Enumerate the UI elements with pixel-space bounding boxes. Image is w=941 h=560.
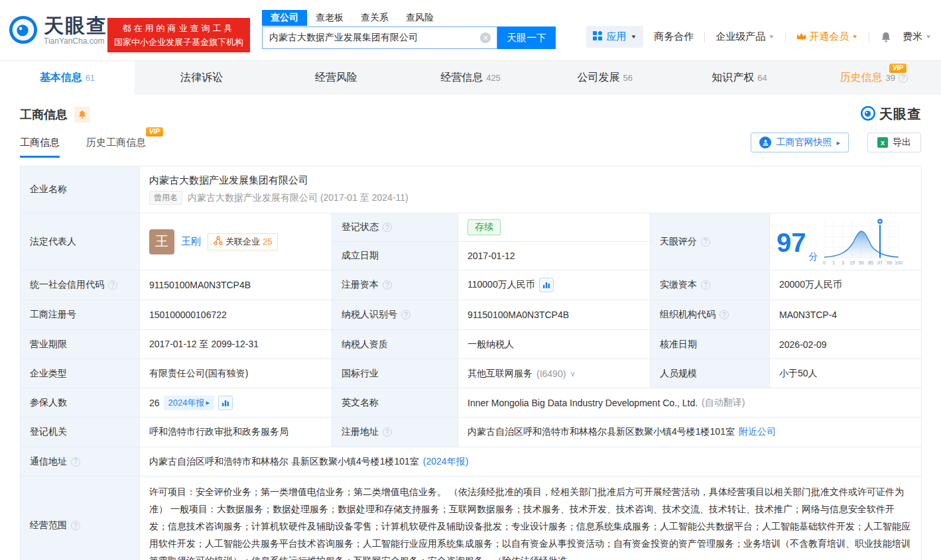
search-tab-relation[interactable]: 查关系 [352,10,397,26]
svg-text:100: 100 [895,260,903,265]
search-tab-company[interactable]: 查公司 [262,10,307,26]
credit-code: 91150100MA0N3TCP4B [140,270,332,300]
credit-code-label: 统一社会信用代码 [30,279,104,291]
username: 费米 [903,30,922,43]
search-input[interactable] [262,27,497,49]
subscribe-bell-icon[interactable] [74,107,90,123]
nav-open-vip[interactable]: 开通会员 ▼ [796,30,858,43]
help-icon[interactable]: ? [383,280,392,290]
svg-text:50: 50 [859,260,864,265]
help-icon[interactable]: ? [401,310,410,319]
svg-text:85: 85 [868,260,873,265]
help-icon[interactable]: ? [383,223,392,232]
reg-address-label: 注册地址 [342,426,379,438]
avatar[interactable]: 王 [149,229,174,254]
help-icon[interactable]: ? [720,310,729,319]
divider [869,32,869,42]
reg-address-cell: 内蒙古自治区呼和浩特市和林格尔县新区数聚小镇4号楼1楼101室 附近公司 [458,418,922,447]
header: 天眼查 TianYanCha.com 都在用的商业查询工具 国家中小企业发展子基… [0,0,941,60]
org-code-label-cell: 组织机构代码 ? [651,300,770,330]
nav-business-coop[interactable]: 商务合作 [654,30,694,43]
help-icon[interactable]: ? [899,74,908,83]
nearby-companies-link[interactable]: 附近公司 [739,426,776,438]
vip-badge: VIP [146,127,163,137]
business-scope-label-cell: 经营范围 ? [21,476,140,560]
staff-size: 小于50人 [770,359,922,388]
top-nav: 应用 ▼ 商务合作 企业级产品 ▼ 开通会员 ▼ 费米 ▼ [586,26,932,48]
reg-status-label: 登记状态 [342,221,379,233]
tab-label: 公司发展 [578,71,620,85]
help-icon[interactable]: ? [701,237,710,247]
industry-value: 其他互联网服务 [468,368,533,380]
vip-label: 开通会员 [809,30,849,43]
company-name-label: 企业名称 [21,166,140,213]
notification-bell-icon[interactable] [880,31,892,43]
slogan-banner: 都在用的商业查询工具 国家中小企业发展子基金旗下机构 [107,18,250,52]
tab-history-info[interactable]: VIP 历史信息 39 ? [806,61,941,95]
english-name-label: 英文名称 [332,388,458,418]
tab-basic-info[interactable]: 基本信息 61 [0,61,135,95]
user-menu[interactable]: 费米 ▼ [903,30,932,43]
svg-text:15: 15 [849,260,855,265]
export-button[interactable]: x 导出 [867,133,921,152]
search-tab-boss[interactable]: 查老板 [307,10,352,26]
nav-enterprise-products[interactable]: 企业级产品 ▼ [716,30,775,43]
tab-operation-risk[interactable]: 经营风险 [269,61,403,95]
tab-label: 经营信息 [440,71,483,85]
mail-address: 内蒙古自治区呼和浩特市和林格尔 县新区数聚小镇4号楼1楼101室 [149,456,419,468]
establish-date-label: 成立日期 [332,242,458,270]
insured-count: 26 [149,398,160,408]
clear-icon[interactable]: ✕ [480,32,491,43]
former-name: 内蒙古大数据产业发展有限公司 (2017-01 至 2024-11) [188,192,408,204]
org-code-label: 组织机构代码 [660,309,716,321]
insured-count-label: 参保人数 [21,388,140,418]
subtab-history-business-info[interactable]: 历史工商信息 VIP [86,137,146,158]
arrow-right-icon: ▸ [836,139,840,147]
chevron-down-icon[interactable]: ∨ [570,369,576,378]
tab-legal[interactable]: 法律诉讼 [135,61,269,95]
industry-code: (I6490) [536,368,566,379]
taxpayer-id-label: 纳税人识别号 [342,309,397,321]
section-title: 工商信息 [20,107,68,123]
help-icon[interactable]: ? [383,427,392,437]
related-label: 关联企业 [225,236,260,248]
enterprise-label: 企业级产品 [716,30,765,43]
establish-date: 2017-01-12 [458,242,651,270]
tab-count: 61 [86,73,95,83]
help-icon[interactable]: ? [701,280,710,290]
insured-chart-icon[interactable] [218,396,233,410]
tab-label: 法律诉讼 [180,71,223,85]
search-tab-risk[interactable]: 查风险 [397,10,442,26]
logo[interactable]: 天眼查 TianYanCha.com [8,15,107,47]
capital-chart-icon[interactable] [539,278,554,292]
tab-company-development[interactable]: 公司发展 56 [538,61,672,95]
brand-domain: TianYanCha.com [44,36,107,46]
help-icon[interactable]: ? [71,457,80,467]
apps-menu[interactable]: 应用 ▼ [586,26,643,48]
business-scope: 许可项目：安全评价业务；第一类增值电信业务；第二类增值电信业务。 （依法须经批准… [140,476,922,560]
reg-address-label-cell: 注册地址 ? [332,418,458,447]
related-companies-badge[interactable]: 关联企业 25 [208,233,278,251]
insured-count-cell: 26 2024年报 ▸ [140,388,332,418]
help-icon[interactable]: ? [108,280,117,290]
mail-address-report-link[interactable]: (2024年报) [423,456,468,468]
subtab-business-info[interactable]: 工商信息 [20,137,60,158]
taxpayer-id-label-cell: 纳税人识别号 ? [332,300,458,330]
brand-name: 天眼查 [44,16,107,36]
taxpayer-quality: 一般纳税人 [458,330,651,359]
excel-icon: x [877,137,888,148]
tab-intellectual-property[interactable]: 知识产权 64 [672,61,807,95]
legal-rep-link[interactable]: 王刚 [181,235,201,248]
stamp-icon [759,137,771,148]
search-button[interactable]: 天眼一下 [497,27,556,49]
annual-report-badge[interactable]: 2024年报 ▸ [164,396,214,410]
arrow-right-icon: ▸ [206,398,210,407]
watermark-text: 天眼查 [879,105,921,123]
related-count: 25 [263,237,272,247]
official-snapshot-button[interactable]: 工商官网快照 ▸ [751,133,849,152]
tab-operation-info[interactable]: 经营信息 425 [403,61,538,95]
company-tabbar: 基本信息 61 法律诉讼 经营风险 经营信息 425 公司发展 56 知识产权 … [0,60,941,95]
watermark-logo: 天眼查 [860,105,921,123]
score-value: 97 [777,229,806,256]
help-icon[interactable]: ? [71,521,80,530]
